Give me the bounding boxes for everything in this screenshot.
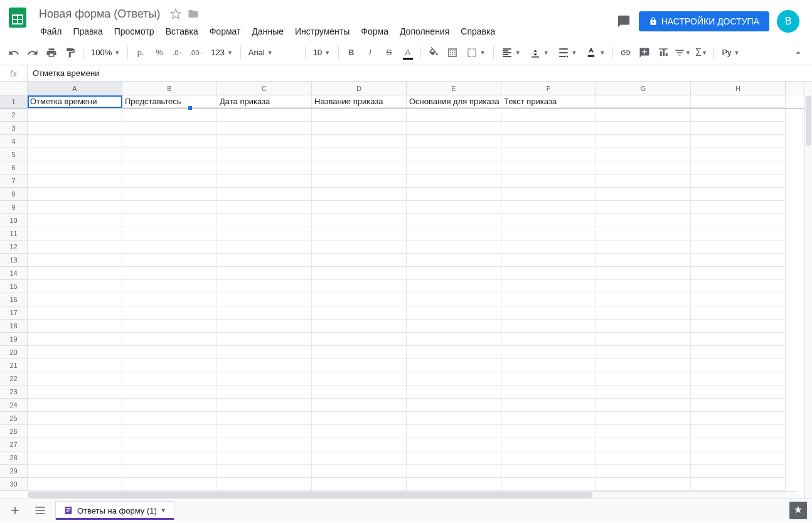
text-color-button[interactable]: A bbox=[399, 44, 417, 62]
cell[interactable] bbox=[691, 267, 786, 280]
merge-cells-button[interactable]: ▼ bbox=[462, 44, 489, 62]
cell[interactable] bbox=[596, 201, 691, 214]
cell[interactable] bbox=[217, 148, 312, 161]
insert-chart-button[interactable] bbox=[654, 44, 672, 62]
row-header[interactable]: 11 bbox=[0, 227, 28, 240]
cell[interactable] bbox=[501, 478, 596, 491]
cell[interactable] bbox=[407, 412, 501, 425]
cell[interactable] bbox=[596, 306, 691, 320]
cell[interactable] bbox=[312, 175, 407, 188]
cell[interactable] bbox=[501, 372, 596, 386]
cell[interactable] bbox=[691, 333, 786, 346]
redo-button[interactable] bbox=[24, 44, 41, 62]
cell[interactable] bbox=[312, 188, 407, 201]
cell[interactable] bbox=[312, 214, 407, 227]
cell[interactable] bbox=[407, 425, 501, 438]
cell[interactable] bbox=[596, 175, 691, 188]
row-header[interactable]: 1 bbox=[0, 95, 28, 108]
cell[interactable] bbox=[407, 359, 501, 372]
cell[interactable] bbox=[122, 359, 217, 372]
cell[interactable] bbox=[596, 227, 691, 240]
cell[interactable] bbox=[596, 240, 691, 254]
comments-icon[interactable] bbox=[616, 14, 631, 29]
cell[interactable] bbox=[28, 333, 122, 346]
cell[interactable] bbox=[501, 438, 596, 451]
cell[interactable] bbox=[28, 109, 122, 122]
currency-button[interactable]: р. bbox=[132, 44, 149, 62]
cell[interactable] bbox=[407, 333, 501, 346]
cell[interactable] bbox=[407, 320, 501, 333]
row-header[interactable]: 9 bbox=[0, 201, 28, 214]
insert-link-button[interactable] bbox=[617, 44, 634, 62]
column-header-f[interactable]: F bbox=[501, 82, 596, 95]
cell[interactable] bbox=[691, 359, 786, 372]
cell[interactable] bbox=[691, 214, 786, 227]
row-header[interactable]: 10 bbox=[0, 214, 28, 227]
cell[interactable] bbox=[122, 320, 217, 333]
decrease-decimal-button[interactable]: .0← bbox=[169, 44, 187, 62]
cell[interactable] bbox=[691, 109, 786, 122]
cell[interactable] bbox=[122, 161, 217, 175]
cell[interactable] bbox=[312, 438, 407, 451]
row-header[interactable]: 3 bbox=[0, 122, 28, 135]
cell[interactable] bbox=[28, 254, 122, 267]
document-title[interactable]: Новая форма (Ответы) bbox=[35, 6, 164, 22]
menu-help[interactable]: Справка bbox=[456, 24, 500, 39]
cell[interactable] bbox=[217, 267, 312, 280]
cell[interactable] bbox=[217, 175, 312, 188]
cell[interactable] bbox=[28, 359, 122, 372]
cell[interactable] bbox=[501, 425, 596, 438]
cell[interactable] bbox=[501, 135, 596, 148]
cell[interactable] bbox=[28, 399, 122, 412]
row-header[interactable]: 28 bbox=[0, 451, 28, 465]
cell[interactable] bbox=[217, 386, 312, 399]
add-sheet-button[interactable] bbox=[5, 502, 25, 519]
cell[interactable] bbox=[28, 188, 122, 201]
menu-data[interactable]: Данные bbox=[247, 24, 289, 39]
share-button[interactable]: НАСТРОЙКИ ДОСТУПА bbox=[639, 11, 769, 31]
cell[interactable] bbox=[596, 161, 691, 175]
row-header[interactable]: 18 bbox=[0, 320, 28, 333]
font-size-dropdown[interactable]: 10▼ bbox=[309, 44, 334, 62]
cell[interactable] bbox=[501, 320, 596, 333]
cell[interactable] bbox=[28, 320, 122, 333]
cell[interactable] bbox=[691, 293, 786, 306]
cell[interactable] bbox=[28, 412, 122, 425]
cell[interactable] bbox=[28, 293, 122, 306]
menu-insert[interactable]: Вставка bbox=[161, 24, 203, 39]
cell[interactable] bbox=[691, 161, 786, 175]
cell[interactable]: Основания для приказа bbox=[407, 95, 501, 108]
folder-icon[interactable] bbox=[187, 8, 200, 20]
cell[interactable] bbox=[407, 399, 501, 412]
cell[interactable] bbox=[217, 438, 312, 451]
cell[interactable] bbox=[312, 451, 407, 465]
cell[interactable] bbox=[312, 320, 407, 333]
zoom-dropdown[interactable]: 100%▼ bbox=[87, 44, 124, 62]
cell[interactable] bbox=[407, 346, 501, 359]
filter-button[interactable]: ▼ bbox=[673, 44, 691, 62]
cell[interactable] bbox=[501, 175, 596, 188]
cell[interactable] bbox=[501, 451, 596, 465]
cell[interactable] bbox=[501, 254, 596, 267]
cell[interactable] bbox=[596, 135, 691, 148]
horizontal-align-button[interactable]: ▼ bbox=[498, 44, 525, 62]
text-rotation-button[interactable]: ▼ bbox=[582, 44, 609, 62]
cell[interactable] bbox=[312, 425, 407, 438]
cell[interactable] bbox=[407, 109, 501, 122]
menu-tools[interactable]: Инструменты bbox=[290, 24, 355, 39]
cell[interactable] bbox=[407, 438, 501, 451]
insert-comment-button[interactable] bbox=[636, 44, 653, 62]
cell[interactable] bbox=[407, 122, 501, 135]
cell[interactable] bbox=[691, 254, 786, 267]
cell[interactable] bbox=[122, 122, 217, 135]
row-header[interactable]: 6 bbox=[0, 161, 28, 175]
cell[interactable] bbox=[217, 465, 312, 478]
cell[interactable] bbox=[691, 372, 786, 386]
cell[interactable] bbox=[122, 201, 217, 214]
cell[interactable] bbox=[691, 227, 786, 240]
cell[interactable] bbox=[596, 148, 691, 161]
cell[interactable] bbox=[596, 95, 691, 108]
cell[interactable] bbox=[28, 425, 122, 438]
cell[interactable] bbox=[122, 240, 217, 254]
cell[interactable] bbox=[28, 478, 122, 491]
